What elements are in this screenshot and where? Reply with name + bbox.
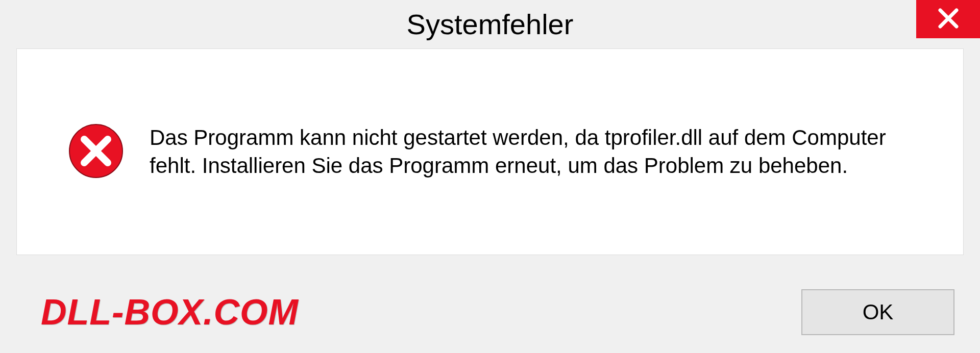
- close-icon: [936, 6, 961, 33]
- content-panel: Das Programm kann nicht gestartet werden…: [16, 48, 964, 255]
- dialog-title: Systemfehler: [407, 8, 574, 41]
- watermark-text: DLL-BOX.COM: [41, 292, 299, 333]
- dialog-footer: DLL-BOX.COM OK: [0, 271, 980, 353]
- close-button[interactable]: [916, 0, 980, 38]
- titlebar: Systemfehler: [0, 0, 980, 48]
- error-message: Das Programm kann nicht gestartet werden…: [150, 124, 933, 180]
- error-icon: [68, 123, 124, 181]
- error-dialog: Systemfehler Das Programm kann nicht ges…: [0, 0, 980, 353]
- ok-button[interactable]: OK: [801, 289, 954, 335]
